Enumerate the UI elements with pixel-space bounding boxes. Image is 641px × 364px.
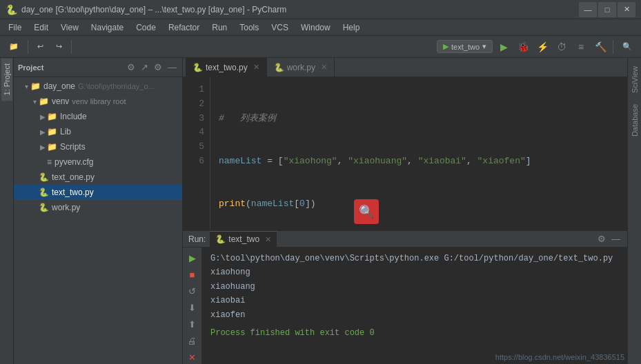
project-tab[interactable]: 1: Project [1,58,12,101]
line-num-1: 1 [188,83,204,97]
code-line-3: print(nameList[0]) [219,197,619,212]
tab-label-text-two: text_two.py [206,63,248,72]
run-content: G:\tool\python\day_one\venv\Scripts\pyth… [202,247,627,364]
run-panel-icons: ⚙ — [596,232,622,245]
profile-button[interactable]: ⏱ [553,39,570,55]
comment-1: # 列表案例 [219,113,276,123]
left-vertical-tabs: 1: Project [0,58,14,364]
debug-button[interactable]: 🐞 [515,39,531,55]
tree-pyvenv[interactable]: ≡ pyvenv.cfg [14,154,182,170]
panel-expand-btn[interactable]: ↗ [139,61,150,74]
output-line-1: xiaohong [210,265,619,279]
run-icon: 🐍 [215,234,226,244]
print-btn[interactable]: 🖨 [185,333,200,348]
right-sidebar: SciView Database [627,58,641,364]
menu-view[interactable]: View [55,21,84,34]
run-button[interactable]: ▶ [495,39,512,55]
menu-edit[interactable]: Edit [28,21,54,34]
process-finished-msg: Process finished with exit code 0 [210,326,619,340]
run-panel-settings-btn[interactable]: ⚙ [596,232,607,245]
menu-help[interactable]: Help [337,21,366,34]
menubar: File Edit View Navigate Code Refactor Ru… [0,19,641,36]
tree-lib[interactable]: ▶ 📁 Lib [14,124,182,139]
py-icon-work: 🐍 [39,203,49,212]
tree-venv[interactable]: ▾ 📁 venv venv library root [14,94,182,109]
build-button[interactable]: 🔨 [592,39,609,55]
editor-tabs: 🐍 text_two.py ✕ 🐍 work.py ✕ [183,58,627,77]
run-configuration[interactable]: ▶ text_two ▾ [437,40,493,53]
comma-2: , [407,156,418,166]
tree-label-text-two: text_two.py [52,188,94,197]
line-num-3: 3 [188,112,204,126]
tab-icon-work: 🐍 [274,63,284,72]
close-button[interactable]: ✕ [618,2,635,17]
str-xiaobai: "xiaobai" [418,156,466,166]
tab-work[interactable]: 🐍 work.py ✕ [267,58,335,77]
output-line-4: xiaofen [210,308,619,322]
line-num-5: 5 [188,140,204,154]
menu-window[interactable]: Window [295,21,336,34]
num-0: 0 [299,199,305,209]
assign-op: = [ [262,156,283,166]
tree-text-two[interactable]: 🐍 text_two.py [14,185,182,200]
maximize-button[interactable]: □ [598,2,616,17]
search-everywhere-btn[interactable]: 🔍 [618,40,637,53]
search-overlay-button[interactable]: 🔍 [354,199,379,224]
main-area: 1: Project Project ⚙ ↗ ⚙ — ▾ 📁 day_one G… [0,58,641,364]
tree-scripts[interactable]: ▶ 📁 Scripts [14,139,182,154]
toolbar-separator-1 [28,40,28,54]
run-again-btn[interactable]: ▶ [185,250,200,265]
code-content[interactable]: # 列表案例 nameList = ["xiaohong", "xiaohuan… [210,77,627,230]
scroll-to-start-btn[interactable]: ⬆ [185,316,200,332]
tree-include[interactable]: ▶ 📁 Include [14,109,182,124]
database-tab[interactable]: Database [629,99,641,142]
panel-title: Project [18,63,123,72]
menu-tools[interactable]: Tools [234,21,264,34]
tab-text-two[interactable]: 🐍 text_two.py ✕ [186,58,267,77]
line-num-6: 6 [188,154,204,169]
tree-text-one[interactable]: 🐍 text_one.py [14,170,182,185]
coverage-button[interactable]: ⚡ [534,39,551,55]
toolbar-separator-2 [71,40,72,54]
tab-close-text-two[interactable]: ✕ [253,63,259,72]
project-panel: Project ⚙ ↗ ⚙ — ▾ 📁 day_one G:\tool\pyth… [14,58,183,364]
minimize-button[interactable]: — [579,2,597,17]
run-tab-text-two[interactable]: 🐍 text_two ✕ [210,231,277,247]
run-panel-collapse-btn[interactable]: — [610,232,622,245]
nl-3: nameList [251,199,294,209]
code-editor[interactable]: 1 2 3 4 5 6 # 列表案例 nameList = ["xiaohong… [183,77,627,230]
toolbar-redo-btn[interactable]: ↪ [51,40,67,53]
run-tab-label: text_two [228,234,259,244]
rerun-btn[interactable]: ↺ [185,283,200,299]
concurrency-button[interactable]: ≡ [573,39,589,55]
run-tab-close[interactable]: ✕ [265,235,271,244]
panel-collapse-btn[interactable]: — [166,61,178,74]
run-config-chevron: ▾ [482,42,486,51]
expand-arrow-venv: ▾ [30,98,39,105]
folder-icon-venv: 📁 [39,97,49,106]
sciview-tab[interactable]: SciView [629,61,641,99]
menu-navigate[interactable]: Navigate [86,21,129,34]
title-text: day_one [G:\tool\python\day_one] – ...\t… [21,5,579,14]
menu-code[interactable]: Code [130,21,161,34]
tree-work[interactable]: 🐍 work.py [14,200,182,215]
toolbar: 📁 ↩ ↪ ▶ text_two ▾ ▶ 🐞 ⚡ ⏱ ≡ 🔨 🔍 [0,36,641,58]
expand-arrow-include: ▶ [39,113,47,121]
menu-refactor[interactable]: Refactor [163,21,205,34]
var-namelist: nameList [219,156,262,166]
panel-gear-btn[interactable]: ⚙ [152,61,164,74]
tab-close-work[interactable]: ✕ [321,63,327,72]
folder-icon-scripts: 📁 [47,142,57,152]
stop-btn[interactable]: ■ [185,267,200,282]
menu-vcs[interactable]: VCS [266,21,294,34]
panel-settings-btn[interactable]: ⚙ [126,61,137,74]
output-line-3: xiaobai [210,294,619,307]
tree-root-day-one[interactable]: ▾ 📁 day_one G:\tool\python\day_o... [14,79,182,94]
menu-file[interactable]: File [3,21,27,34]
clear-btn[interactable]: ✕ [185,350,200,364]
root-path: G:\tool\python\day_o... [78,82,155,90]
menu-run[interactable]: Run [206,21,233,34]
toolbar-open-btn[interactable]: 📁 [4,40,23,53]
scroll-to-end-btn[interactable]: ⬇ [185,300,200,315]
toolbar-undo-btn[interactable]: ↩ [32,40,48,53]
